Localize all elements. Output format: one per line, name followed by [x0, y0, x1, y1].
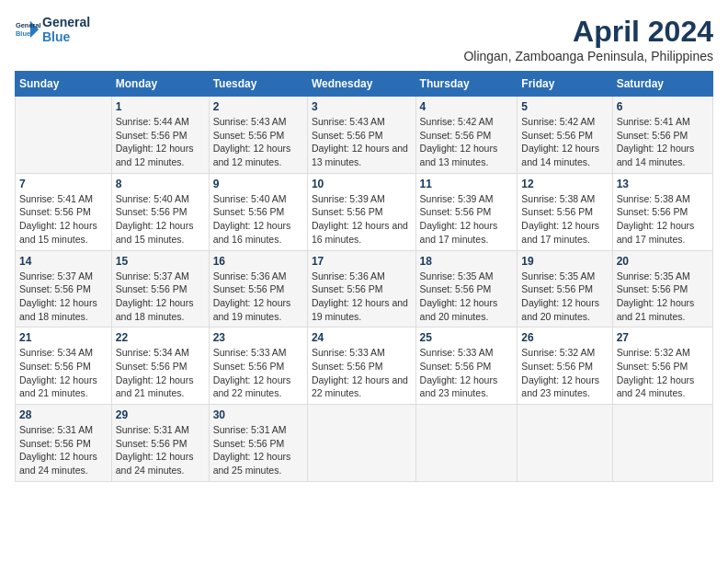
day-number: 28 [19, 408, 108, 421]
day-cell: 14Sunrise: 5:37 AMSunset: 5:56 PMDayligh… [16, 250, 112, 327]
day-cell [16, 97, 112, 174]
day-info: Sunrise: 5:42 AMSunset: 5:56 PMDaylight:… [420, 115, 514, 169]
week-row-3: 14Sunrise: 5:37 AMSunset: 5:56 PMDayligh… [16, 250, 713, 327]
day-number: 10 [312, 178, 412, 190]
day-info: Sunrise: 5:32 AMSunset: 5:56 PMDaylight:… [521, 346, 608, 400]
day-info: Sunrise: 5:36 AMSunset: 5:56 PMDaylight:… [312, 270, 412, 324]
day-cell: 9Sunrise: 5:40 AMSunset: 5:56 PMDaylight… [209, 173, 307, 250]
day-info: Sunrise: 5:40 AMSunset: 5:56 PMDaylight:… [116, 192, 205, 247]
day-number: 11 [420, 178, 514, 190]
week-row-2: 7Sunrise: 5:41 AMSunset: 5:56 PMDaylight… [16, 173, 713, 250]
title-area: April 2024 Olingan, Zamboanga Peninsula,… [463, 15, 713, 63]
day-number: 8 [116, 178, 205, 190]
day-number: 9 [213, 178, 303, 190]
col-sunday: Sunday [16, 72, 112, 97]
day-cell [307, 405, 415, 482]
day-number: 23 [213, 331, 303, 344]
day-number: 3 [312, 100, 412, 113]
week-row-5: 28Sunrise: 5:31 AMSunset: 5:56 PMDayligh… [16, 405, 713, 482]
day-info: Sunrise: 5:37 AMSunset: 5:56 PMDaylight:… [19, 270, 108, 324]
day-cell: 17Sunrise: 5:36 AMSunset: 5:56 PMDayligh… [307, 250, 415, 327]
day-cell: 22Sunrise: 5:34 AMSunset: 5:56 PMDayligh… [111, 327, 209, 405]
calendar-table: Sunday Monday Tuesday Wednesday Thursday… [15, 71, 713, 482]
day-number: 18 [420, 255, 514, 268]
col-thursday: Thursday [415, 72, 518, 97]
day-number: 5 [521, 100, 608, 113]
day-cell: 15Sunrise: 5:37 AMSunset: 5:56 PMDayligh… [111, 250, 209, 327]
day-number: 1 [116, 100, 205, 113]
day-number: 27 [617, 331, 709, 344]
day-cell: 10Sunrise: 5:39 AMSunset: 5:56 PMDayligh… [307, 173, 415, 250]
logo: General Blue General Blue [15, 15, 90, 44]
day-cell [518, 405, 612, 482]
day-info: Sunrise: 5:37 AMSunset: 5:56 PMDaylight:… [116, 270, 205, 324]
day-number: 21 [19, 331, 108, 344]
day-number: 22 [116, 331, 205, 344]
day-cell: 1Sunrise: 5:44 AMSunset: 5:56 PMDaylight… [111, 97, 209, 174]
day-cell: 6Sunrise: 5:41 AMSunset: 5:56 PMDaylight… [612, 97, 712, 174]
day-cell: 30Sunrise: 5:31 AMSunset: 5:56 PMDayligh… [209, 405, 307, 482]
day-number: 6 [617, 100, 709, 113]
day-number: 16 [213, 255, 303, 268]
header-row: Sunday Monday Tuesday Wednesday Thursday… [16, 72, 713, 97]
day-info: Sunrise: 5:43 AMSunset: 5:56 PMDaylight:… [312, 115, 412, 169]
col-wednesday: Wednesday [307, 72, 415, 97]
day-info: Sunrise: 5:34 AMSunset: 5:56 PMDaylight:… [19, 346, 108, 400]
day-cell: 29Sunrise: 5:31 AMSunset: 5:56 PMDayligh… [111, 405, 209, 482]
day-cell [415, 405, 518, 482]
day-info: Sunrise: 5:41 AMSunset: 5:56 PMDaylight:… [19, 192, 108, 247]
day-info: Sunrise: 5:31 AMSunset: 5:56 PMDaylight:… [213, 423, 303, 477]
day-cell: 12Sunrise: 5:38 AMSunset: 5:56 PMDayligh… [518, 173, 612, 250]
subtitle: Olingan, Zamboanga Peninsula, Philippine… [463, 49, 713, 63]
day-number: 4 [420, 100, 514, 113]
day-cell: 16Sunrise: 5:36 AMSunset: 5:56 PMDayligh… [209, 250, 307, 327]
day-number: 13 [617, 178, 709, 190]
logo-icon: General Blue [15, 17, 40, 42]
day-info: Sunrise: 5:35 AMSunset: 5:56 PMDaylight:… [521, 270, 608, 324]
day-cell: 25Sunrise: 5:33 AMSunset: 5:56 PMDayligh… [415, 327, 518, 405]
col-saturday: Saturday [612, 72, 712, 97]
day-cell: 3Sunrise: 5:43 AMSunset: 5:56 PMDaylight… [307, 97, 415, 174]
day-number: 25 [420, 331, 514, 344]
day-cell: 23Sunrise: 5:33 AMSunset: 5:56 PMDayligh… [209, 327, 307, 405]
day-info: Sunrise: 5:33 AMSunset: 5:56 PMDaylight:… [420, 346, 514, 400]
day-number: 17 [312, 255, 412, 268]
week-row-4: 21Sunrise: 5:34 AMSunset: 5:56 PMDayligh… [16, 327, 713, 405]
col-tuesday: Tuesday [209, 72, 307, 97]
day-info: Sunrise: 5:39 AMSunset: 5:56 PMDaylight:… [420, 192, 514, 247]
day-info: Sunrise: 5:33 AMSunset: 5:56 PMDaylight:… [312, 346, 412, 400]
day-cell: 26Sunrise: 5:32 AMSunset: 5:56 PMDayligh… [518, 327, 612, 405]
logo-line2: Blue [42, 29, 90, 44]
day-info: Sunrise: 5:38 AMSunset: 5:56 PMDaylight:… [617, 192, 709, 247]
day-number: 7 [19, 178, 108, 190]
day-cell: 28Sunrise: 5:31 AMSunset: 5:56 PMDayligh… [16, 405, 112, 482]
day-info: Sunrise: 5:39 AMSunset: 5:56 PMDaylight:… [312, 192, 412, 247]
day-cell: 13Sunrise: 5:38 AMSunset: 5:56 PMDayligh… [612, 173, 712, 250]
day-cell: 20Sunrise: 5:35 AMSunset: 5:56 PMDayligh… [612, 250, 712, 327]
day-info: Sunrise: 5:35 AMSunset: 5:56 PMDaylight:… [617, 270, 709, 324]
day-cell: 19Sunrise: 5:35 AMSunset: 5:56 PMDayligh… [518, 250, 612, 327]
day-info: Sunrise: 5:40 AMSunset: 5:56 PMDaylight:… [213, 192, 303, 247]
day-number: 15 [116, 255, 205, 268]
day-cell: 8Sunrise: 5:40 AMSunset: 5:56 PMDaylight… [111, 173, 209, 250]
day-cell: 7Sunrise: 5:41 AMSunset: 5:56 PMDaylight… [16, 173, 112, 250]
col-monday: Monday [111, 72, 209, 97]
day-cell: 11Sunrise: 5:39 AMSunset: 5:56 PMDayligh… [415, 173, 518, 250]
day-cell: 27Sunrise: 5:32 AMSunset: 5:56 PMDayligh… [612, 327, 712, 405]
day-info: Sunrise: 5:42 AMSunset: 5:56 PMDaylight:… [521, 115, 608, 169]
main-title: April 2024 [463, 15, 713, 49]
day-number: 14 [19, 255, 108, 268]
day-number: 2 [213, 100, 303, 113]
day-cell: 4Sunrise: 5:42 AMSunset: 5:56 PMDaylight… [415, 97, 518, 174]
day-info: Sunrise: 5:44 AMSunset: 5:56 PMDaylight:… [116, 115, 205, 169]
day-info: Sunrise: 5:32 AMSunset: 5:56 PMDaylight:… [617, 346, 709, 400]
day-cell: 2Sunrise: 5:43 AMSunset: 5:56 PMDaylight… [209, 97, 307, 174]
day-number: 26 [521, 331, 608, 344]
logo-line1: General [42, 15, 90, 29]
week-row-1: 1Sunrise: 5:44 AMSunset: 5:56 PMDaylight… [16, 97, 713, 174]
day-cell: 5Sunrise: 5:42 AMSunset: 5:56 PMDaylight… [518, 97, 612, 174]
header: General Blue General Blue April 2024 Oli… [15, 15, 713, 63]
day-number: 12 [521, 178, 608, 190]
day-info: Sunrise: 5:34 AMSunset: 5:56 PMDaylight:… [116, 346, 205, 400]
col-friday: Friday [518, 72, 612, 97]
